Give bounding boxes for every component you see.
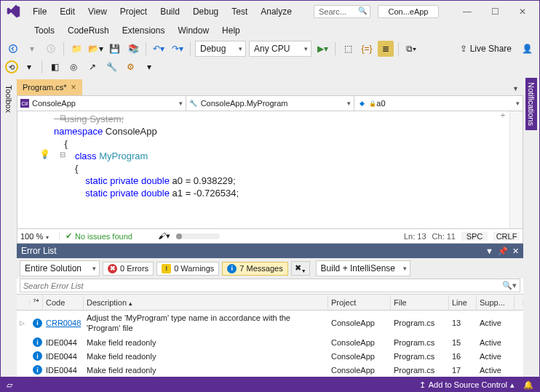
nav-class[interactable]: 🔧ConsoleApp.MyProgram	[186, 96, 355, 111]
account-icon[interactable]: 👤	[519, 41, 535, 57]
spacing-mode[interactable]: SPC	[461, 232, 488, 241]
redo-button[interactable]: ↷▾	[170, 41, 186, 57]
back-button[interactable]	[5, 41, 21, 57]
split-icon[interactable]: ÷	[496, 111, 509, 120]
menu-help[interactable]: Help	[216, 23, 246, 39]
indent-icon[interactable]: ≣	[378, 41, 394, 57]
live-share-button[interactable]: ⇪ Live Share	[456, 42, 516, 55]
cr-main-icon[interactable]: ⟲	[5, 60, 18, 73]
code-editor[interactable]: ÷ ⊟ ⊟ 💡 using System;namespace ConsoleAp…	[17, 111, 523, 229]
cr-dropdown[interactable]: ▾	[21, 59, 37, 75]
errors-filter[interactable]: ✖0 Errors	[103, 262, 154, 276]
errorlist-header[interactable]: Error List ▼ 📌 ✕	[17, 244, 523, 258]
step-icon[interactable]: ⬚	[340, 41, 356, 57]
expand-icon[interactable]	[17, 354, 30, 359]
notifications-tab[interactable]: Notifications	[523, 78, 539, 377]
collapse-icon[interactable]: ⊟	[60, 151, 65, 159]
grid-row[interactable]: iIDE0044Make field readonlyConsoleAppPro…	[17, 335, 523, 349]
line-cell: 15	[449, 336, 477, 349]
close-button[interactable]: ✕	[510, 4, 535, 20]
col-line[interactable]: Line	[449, 295, 477, 310]
grid-row[interactable]: iIDE0044Make field readonlyConsoleAppPro…	[17, 363, 523, 377]
tab-overflow[interactable]: ▼	[508, 82, 523, 95]
cr-outline-icon[interactable]: ◧	[47, 59, 63, 75]
braces-icon[interactable]: {=}	[359, 41, 375, 57]
expand-icon[interactable]	[17, 340, 30, 345]
options-icon[interactable]: ▼	[485, 247, 493, 255]
col-icon[interactable]: ⁷⁴	[30, 295, 43, 310]
scope-combo[interactable]: Entire Solution	[20, 260, 100, 276]
maximize-button[interactable]: ☐	[483, 4, 507, 20]
col-suppression[interactable]: Supp...	[477, 295, 515, 310]
grid-row[interactable]: ▷iCRR0048Adjust the 'MyProgram' type nam…	[17, 311, 523, 335]
source-control-button[interactable]: ↥Add to Source Control▴	[419, 380, 515, 390]
code-body[interactable]: using System;namespace ConsoleApp { clas…	[54, 111, 509, 228]
forward-button[interactable]: ▾	[24, 41, 40, 57]
nav-member[interactable]: ◆🔒a0	[354, 96, 523, 111]
config-combo[interactable]: Debug	[195, 41, 246, 57]
zoom-combo[interactable]: 100 %	[20, 232, 60, 241]
grid-row[interactable]: iIDE0044Make field readonlyConsoleAppPro…	[17, 349, 523, 363]
tab-program-cs[interactable]: Program.cs* ×	[17, 79, 82, 95]
dock-icon[interactable]: ⧉▾	[403, 41, 419, 57]
warnings-filter[interactable]: !0 Warnings	[156, 262, 219, 276]
save-button[interactable]: 💾	[106, 41, 122, 57]
lightbulb-icon[interactable]: 💡	[39, 149, 50, 159]
col-code[interactable]: Code	[43, 295, 84, 310]
menu-tools[interactable]: Tools	[28, 23, 60, 39]
code-cell[interactable]: CRR0048	[43, 316, 84, 329]
nav-scope[interactable]: C#ConsoleApp	[17, 96, 186, 111]
issues-status[interactable]: ✔No issues found	[65, 231, 152, 241]
menu-view[interactable]: View	[82, 4, 113, 20]
col-expand[interactable]	[17, 300, 30, 305]
menu-analyze[interactable]: Analyze	[255, 4, 298, 20]
minimize-button[interactable]: —	[455, 4, 480, 20]
platform-combo[interactable]: Any CPU	[249, 41, 311, 57]
col-file[interactable]: File	[391, 295, 449, 310]
toolbox-tab[interactable]: Toolbox	[1, 78, 17, 377]
cr-wrench-icon[interactable]: 🔧	[103, 59, 119, 75]
solution-name[interactable]: Con...eApp	[378, 5, 439, 18]
col-description[interactable]: Description	[84, 295, 328, 310]
menu-coderush[interactable]: CodeRush	[62, 23, 115, 39]
pin-icon[interactable]: 📌	[498, 247, 508, 256]
errorlist-search[interactable]: 🔍▾	[20, 279, 520, 292]
notifications-bell[interactable]: 🔔	[523, 380, 533, 390]
cr-arrow-icon[interactable]: ↗	[84, 59, 100, 75]
cr-target-icon[interactable]: ◎	[65, 59, 82, 75]
search-input[interactable]	[23, 281, 502, 290]
cr-gear-icon[interactable]: ⚙	[122, 59, 138, 75]
separator	[190, 42, 191, 55]
save-all-button[interactable]: 📚	[125, 41, 141, 57]
menu-extensions[interactable]: Extensions	[116, 23, 171, 39]
collapse-icon[interactable]: ⊟	[60, 113, 65, 121]
separator	[398, 42, 399, 55]
start-button[interactable]: ▶▾	[314, 41, 330, 57]
messages-filter[interactable]: i7 Messages	[222, 262, 287, 276]
forward-nav-button[interactable]	[43, 41, 59, 57]
open-button[interactable]: 📂▾	[87, 41, 103, 57]
new-project-button[interactable]: 📁	[68, 41, 84, 57]
clear-filter[interactable]: ✖▼	[291, 261, 310, 276]
menu-edit[interactable]: Edit	[54, 4, 81, 20]
menu-project[interactable]: Project	[114, 4, 153, 20]
close-icon[interactable]: ✕	[512, 247, 519, 256]
menu-build[interactable]: Build	[154, 4, 186, 20]
menu-test[interactable]: Test	[226, 4, 253, 20]
lineending-mode[interactable]: CRLF	[493, 232, 520, 241]
quick-search[interactable]: Searc...	[314, 5, 370, 18]
menu-file[interactable]: File	[27, 4, 52, 20]
brush-icon[interactable]: 🖌▾	[158, 231, 170, 241]
editor-scrollbar[interactable]	[509, 111, 523, 228]
menu-window[interactable]: Window	[172, 23, 215, 39]
source-combo[interactable]: Build + IntelliSense	[316, 260, 410, 276]
expand-icon[interactable]: ▷	[17, 317, 30, 329]
expand-icon[interactable]	[17, 368, 30, 372]
menu-debug[interactable]: Debug	[187, 4, 224, 20]
undo-button[interactable]: ↶▾	[151, 41, 167, 57]
col-project[interactable]: Project	[328, 295, 391, 310]
cr-d2[interactable]: ▾	[141, 59, 157, 75]
tab-close-icon[interactable]: ×	[71, 82, 76, 92]
nav-class-label: ConsoleApp.MyProgram	[201, 99, 288, 108]
search-icon[interactable]: 🔍▾	[502, 281, 517, 290]
